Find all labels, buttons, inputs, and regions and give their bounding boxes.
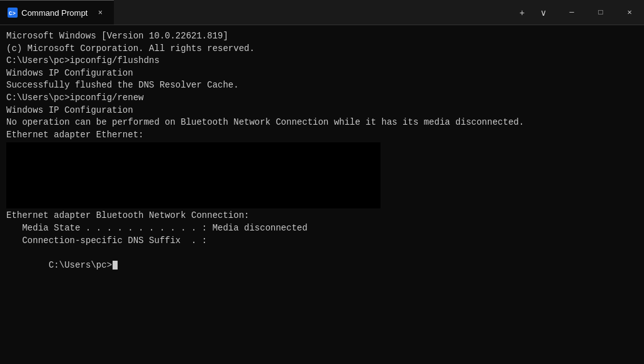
minimize-button[interactable]: — — [557, 0, 586, 25]
terminal-body[interactable]: Microsoft Windows [Version 10.0.22621.81… — [0, 25, 644, 364]
terminal-output: Microsoft Windows [Version 10.0.22621.81… — [6, 30, 638, 284]
tab-label: Command Prompt — [21, 8, 87, 18]
terminal-line: No operation can be performed on Bluetoo… — [6, 117, 638, 129]
terminal-line: Connection-specific DNS Suffix . : — [6, 235, 638, 247]
cursor — [112, 260, 118, 270]
current-prompt: C:\Users\pc> — [6, 247, 638, 284]
terminal-line: C:\Users\pc>ipconfig/renew — [6, 92, 638, 105]
terminal-line: (c) Microsoft Corporation. All rights re… — [6, 43, 638, 55]
terminal-line: Windows IP Configuration — [6, 67, 638, 80]
cmd-icon: C> — [8, 8, 18, 18]
terminal-line: Windows IP Configuration — [6, 105, 638, 117]
terminal-line: C:\Users\pc>ipconfig/flushdns — [6, 55, 638, 67]
terminal-line: Successfully flushed the DNS Resolver Ca… — [6, 79, 638, 92]
command-prompt-window: C> Command Prompt × + ∨ — □ ✕ Microsoft … — [0, 0, 644, 364]
active-tab[interactable]: C> Command Prompt × — [0, 0, 114, 25]
maximize-button[interactable]: □ — [586, 0, 615, 25]
new-tab-button[interactable]: + — [513, 4, 531, 21]
titlebar-actions: + ∨ — [508, 4, 557, 21]
titlebar: C> Command Prompt × + ∨ — □ ✕ — [0, 0, 644, 25]
terminal-line: Ethernet adapter Ethernet: — [6, 129, 638, 142]
redacted-box — [6, 142, 380, 208]
close-button[interactable]: ✕ — [615, 0, 644, 25]
terminal-line: Ethernet adapter Bluetooth Network Conne… — [6, 210, 638, 222]
close-tab-button[interactable]: × — [94, 6, 106, 19]
terminal-line: Microsoft Windows [Version 10.0.22621.81… — [6, 30, 638, 43]
window-controls: — □ ✕ — [557, 0, 644, 25]
terminal-line: Media State . . . . . . . . . . . : Medi… — [6, 222, 638, 235]
svg-text:C>: C> — [9, 11, 16, 17]
dropdown-button[interactable]: ∨ — [535, 4, 552, 21]
tabs-area: C> Command Prompt × — [0, 0, 508, 25]
